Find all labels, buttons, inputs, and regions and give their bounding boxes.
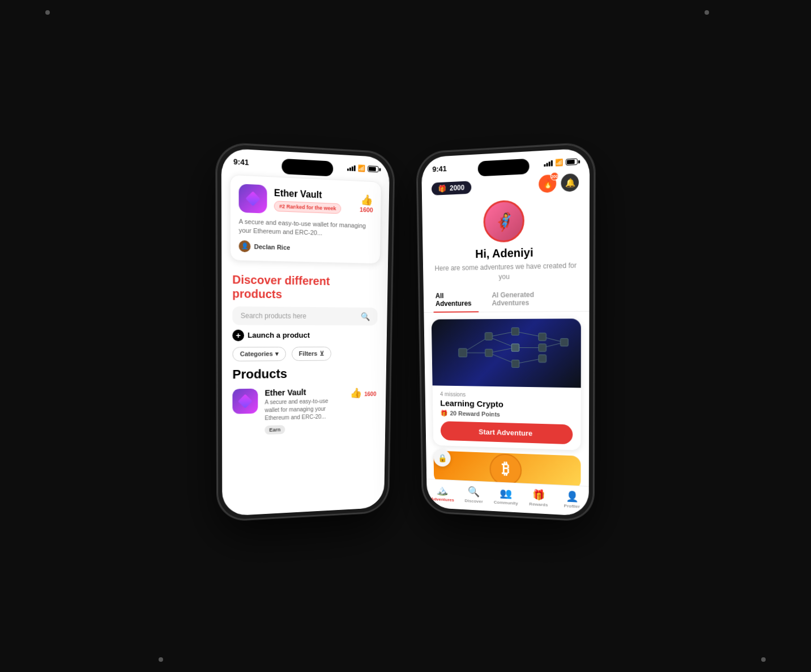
blockchain-visualization — [432, 318, 581, 388]
start-adventure-button[interactable]: Start Adventure — [441, 421, 573, 444]
adventure-info: 4 missions Learning Crypto 🎁 20 Reward P… — [433, 385, 581, 450]
filter-row: Categories ▾ Filters ⊻ — [232, 346, 377, 361]
tab-ai-adventures[interactable]: AI Generated Adventures — [489, 286, 567, 312]
chevron-down-icon: ▾ — [275, 350, 279, 358]
svg-rect-17 — [539, 333, 547, 340]
featured-app-name: Ether Vault — [274, 188, 353, 202]
right-signal-icon — [544, 160, 553, 166]
author-avatar: 👤 — [239, 240, 251, 252]
product-name: Ether Vault — [265, 387, 344, 397]
adventures-nav-label: Adventures — [431, 496, 454, 503]
status-time-right: 9:41 — [432, 164, 446, 174]
nav-item-rewards[interactable]: 🎁 Rewards — [522, 488, 555, 508]
points-value: 2000 — [450, 184, 464, 192]
nav-item-community[interactable]: 👥 Community — [489, 487, 522, 507]
adventure-card-learning-crypto[interactable]: 4 missions Learning Crypto 🎁 20 Reward P… — [432, 318, 581, 450]
product-thumb-icon: 👍 — [350, 387, 362, 398]
fire-count: 200 — [550, 172, 559, 180]
right-phone: 9:41 📶 — [417, 143, 595, 521]
svg-rect-12 — [485, 333, 492, 340]
decor-dot-tl — [45, 10, 50, 15]
right-phone-screen: 9:41 📶 — [421, 148, 590, 516]
decor-dot-tr — [705, 10, 709, 15]
bell-button[interactable]: 🔔 — [561, 173, 579, 192]
search-icon: 🔍 — [361, 312, 370, 321]
svg-rect-16 — [512, 360, 519, 367]
product-diamond-icon — [238, 394, 253, 409]
adventures-nav-icon: 🏔️ — [436, 484, 448, 496]
profile-section: 🦸‍♀️ Hi, Adeniyi Here are some adventure… — [422, 191, 590, 288]
launch-product-button[interactable]: + Launch a product — [232, 330, 377, 341]
right-battery-icon — [566, 158, 578, 165]
svg-text:₿: ₿ — [502, 460, 510, 478]
right-side-button-vol-up — [417, 247, 419, 276]
svg-rect-11 — [459, 348, 467, 357]
product-info: Ether Vault A secure and easy-to-use wal… — [264, 387, 343, 435]
filters-label: Filters — [299, 350, 318, 357]
search-input[interactable]: Search products here — [241, 312, 357, 320]
right-wifi-icon: 📶 — [555, 159, 564, 167]
product-like-count: 1600 — [364, 391, 376, 397]
search-bar[interactable]: Search products here 🔍 — [232, 306, 377, 325]
side-button-power — [392, 253, 394, 292]
featured-card-header: Ether Vault #2 Ranked for the week 👍 160… — [239, 184, 374, 217]
thumb-up-icon: 👍 — [360, 194, 373, 206]
tab-all-adventures[interactable]: All Adventures — [433, 287, 479, 312]
right-side-button-mute — [417, 222, 419, 240]
community-nav-icon: 👥 — [500, 487, 512, 499]
right-battery-fill — [567, 160, 574, 164]
right-signal-bar-4 — [551, 160, 553, 166]
scene: 9:41 📶 — [0, 0, 811, 672]
status-time-left: 9:41 — [233, 157, 249, 167]
nav-item-profiler[interactable]: 👤 Profiler — [555, 490, 589, 509]
greeting-subtitle: Here are some adventures we have created… — [434, 261, 578, 283]
featured-like-count: 1600 — [360, 206, 373, 214]
svg-rect-19 — [539, 355, 546, 362]
nav-item-adventures[interactable]: 🏔️ Adventures — [426, 483, 458, 503]
signal-bar-3 — [352, 166, 353, 171]
reward-row: 🎁 20 Reward Points — [440, 410, 573, 420]
author-name: Declan Rice — [254, 243, 291, 251]
nav-item-discover[interactable]: 🔍 Discover — [458, 485, 489, 504]
wifi-icon: 📶 — [358, 164, 366, 172]
fire-button[interactable]: 🔥 200 — [539, 175, 556, 193]
side-button-vol-up — [216, 242, 217, 273]
right-signal-bar-3 — [549, 161, 550, 167]
battery-fill — [369, 167, 376, 171]
signal-bar-4 — [354, 165, 356, 171]
left-scroll-area: Ether Vault #2 Ranked for the week 👍 160… — [221, 169, 390, 509]
featured-app-info: Ether Vault #2 Ranked for the week — [274, 188, 353, 214]
product-item[interactable]: Ether Vault A secure and easy-to-use wal… — [232, 386, 376, 435]
right-side-button-power — [594, 248, 595, 289]
discover-title: Discover different products — [232, 273, 378, 302]
featured-app-logo — [239, 184, 267, 213]
featured-description: A secure and easy-to-use wallet for mana… — [239, 217, 373, 239]
notification-group: 🔥 200 🔔 — [539, 173, 579, 193]
featured-card[interactable]: Ether Vault #2 Ranked for the week 👍 160… — [230, 175, 382, 264]
categories-label: Categories — [240, 350, 273, 357]
product-logo — [232, 388, 258, 414]
dynamic-island-left — [281, 159, 333, 177]
fire-icon: 🔥 — [543, 178, 553, 189]
filters-button[interactable]: Filters ⊻ — [292, 347, 331, 361]
discover-nav-icon: 🔍 — [468, 486, 480, 498]
discover-section: Discover different products Search produ… — [221, 265, 388, 447]
discover-nav-label: Discover — [464, 498, 483, 504]
gift-icon: 🎁 — [438, 184, 447, 193]
decor-dot-bl — [159, 657, 163, 662]
community-nav-label: Community — [494, 500, 518, 506]
tab-all-adventures-label: All Adventures — [436, 292, 472, 308]
reward-points: 20 Reward Points — [450, 410, 500, 418]
tabs-row: All Adventures AI Generated Adventures — [424, 285, 590, 313]
products-section-title: Products — [232, 365, 377, 382]
rewards-nav-label: Rewards — [529, 501, 548, 507]
side-button-vol-down — [216, 278, 217, 308]
svg-rect-18 — [539, 344, 547, 351]
right-signal-bar-1 — [544, 164, 545, 166]
signal-icon — [347, 165, 356, 171]
tab-ai-adventures-label: AI Generated Adventures — [492, 291, 534, 307]
earn-badge: Earn — [264, 425, 285, 435]
filter-icon: ⊻ — [319, 350, 324, 358]
profiler-nav-icon: 👤 — [566, 490, 578, 503]
categories-button[interactable]: Categories ▾ — [232, 347, 286, 361]
